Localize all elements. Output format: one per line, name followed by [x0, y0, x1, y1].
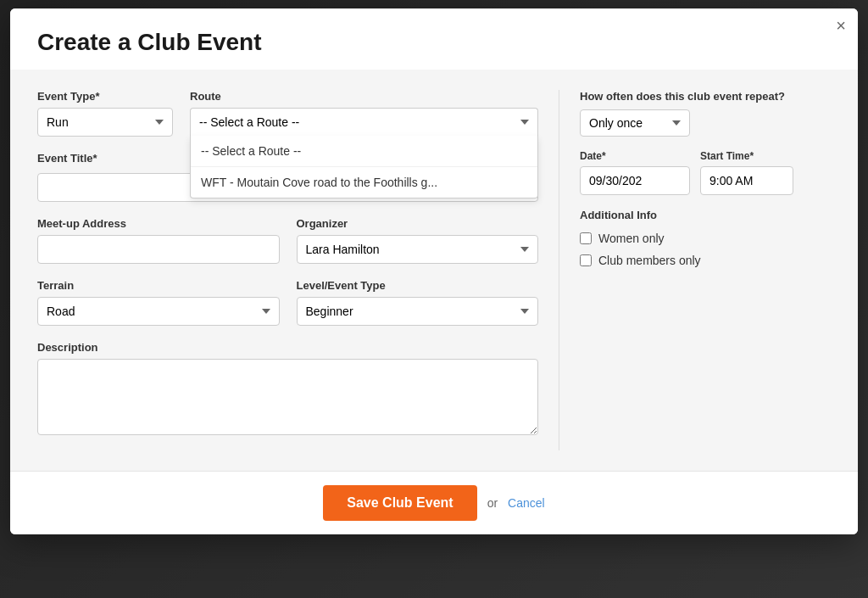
route-group: Route -- Select a Route -- WFT - Moutain… [190, 90, 538, 137]
level-select[interactable]: Beginner Intermediate Advanced [297, 297, 539, 326]
modal-body: Event Type* Run Ride Hike Walk Route -- [10, 70, 858, 471]
repeat-section: How often does this club event repeat? O… [580, 90, 831, 137]
additional-info-label: Additional Info [580, 209, 831, 221]
route-label: Route [190, 90, 538, 103]
close-button[interactable]: × [836, 17, 846, 34]
route-option-default[interactable]: -- Select a Route -- [191, 136, 537, 167]
organizer-group: Organizer Lara Hamilton [297, 217, 539, 264]
repeat-select[interactable]: Only once Weekly Monthly [580, 109, 690, 137]
description-label: Description [37, 341, 538, 354]
women-only-label[interactable]: Women only [598, 232, 665, 245]
route-dropdown-container: -- Select a Route -- WFT - Moutain Cove … [190, 108, 538, 136]
footer-or-text: or [487, 496, 498, 510]
club-members-only-label[interactable]: Club members only [598, 254, 701, 267]
women-only-checkbox[interactable] [580, 232, 592, 244]
left-panel: Event Type* Run Ride Hike Walk Route -- [37, 90, 559, 450]
date-time-section: Date* Start Time* [580, 150, 831, 195]
route-select[interactable]: -- Select a Route -- WFT - Moutain Cove … [190, 108, 538, 136]
event-type-group: Event Type* Run Ride Hike Walk [37, 90, 173, 137]
date-label: Date* [580, 150, 690, 162]
meetup-address-label: Meet-up Address [37, 217, 280, 230]
modal-footer: Save Club Event or Cancel [10, 471, 858, 534]
start-time-label: Start Time* [700, 150, 793, 162]
start-time-group: Start Time* [700, 150, 793, 195]
terrain-select[interactable]: Road Trail Mixed [37, 297, 280, 326]
route-option-wft[interactable]: WFT - Moutain Cove road to the Foothills… [191, 167, 537, 198]
start-time-input[interactable] [700, 166, 793, 195]
event-type-select[interactable]: Run Ride Hike Walk [37, 108, 173, 137]
terrain-label: Terrain [37, 279, 280, 292]
date-group: Date* [580, 150, 690, 195]
description-row: Description [37, 341, 538, 435]
organizer-label: Organizer [297, 217, 539, 230]
meetup-address-group: Meet-up Address [37, 217, 280, 264]
level-group: Level/Event Type Beginner Intermediate A… [297, 279, 539, 326]
description-group: Description [37, 341, 538, 435]
event-type-label: Event Type* [37, 90, 173, 103]
modal-title: Create a Club Event [37, 29, 831, 56]
meetup-organizer-row: Meet-up Address Organizer Lara Hamilton [37, 217, 538, 264]
right-panel: How often does this club event repeat? O… [559, 90, 831, 450]
save-club-event-button[interactable]: Save Club Event [323, 485, 476, 521]
terrain-group: Terrain Road Trail Mixed [37, 279, 280, 326]
date-input[interactable] [580, 166, 690, 195]
event-type-route-row: Event Type* Run Ride Hike Walk Route -- [37, 90, 538, 137]
cancel-button[interactable]: Cancel [508, 496, 545, 510]
club-members-only-checkbox[interactable] [580, 254, 592, 266]
level-label: Level/Event Type [297, 279, 539, 292]
route-dropdown: -- Select a Route -- WFT - Moutain Cove … [190, 136, 538, 198]
organizer-select[interactable]: Lara Hamilton [297, 235, 539, 264]
modal-dialog: × Create a Club Event Event Type* Run Ri… [10, 8, 858, 534]
club-members-only-row: Club members only [580, 254, 831, 267]
modal-header: Create a Club Event [10, 8, 858, 70]
terrain-level-row: Terrain Road Trail Mixed Level/Event Typ… [37, 279, 538, 326]
description-textarea[interactable] [37, 359, 538, 435]
modal-backdrop: × Create a Club Event Event Type* Run Ri… [0, 0, 868, 598]
meetup-address-input[interactable] [37, 235, 280, 264]
repeat-label: How often does this club event repeat? [580, 90, 831, 103]
women-only-row: Women only [580, 232, 831, 245]
